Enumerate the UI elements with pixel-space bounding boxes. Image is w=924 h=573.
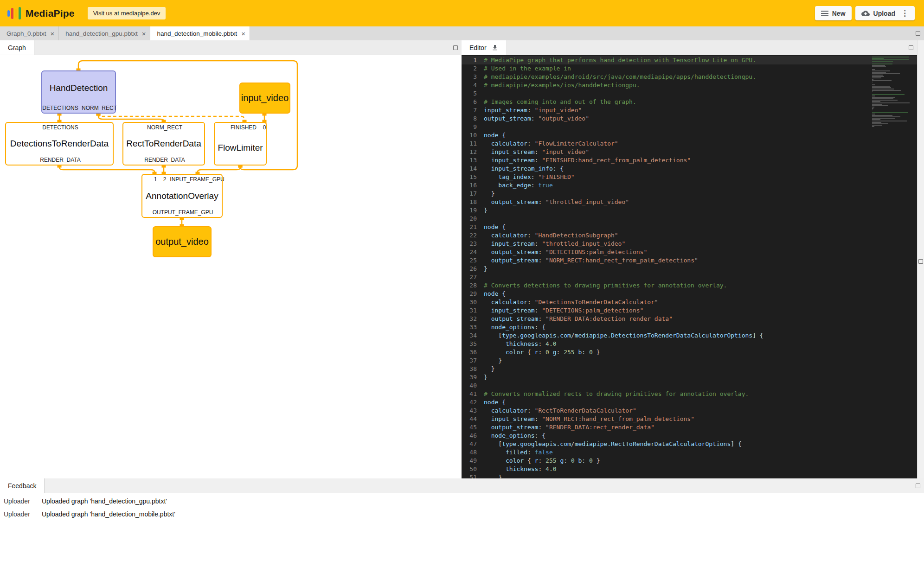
maximize-graph-icon[interactable] [453, 45, 458, 50]
code-line[interactable]: 17 } [462, 190, 917, 198]
code-line[interactable]: 27 [462, 273, 917, 281]
code-text: } [484, 365, 494, 373]
code-line[interactable]: 18 output_stream: "throttled_input_video… [462, 198, 917, 206]
port-row: RENDER_DATA [6, 157, 113, 165]
code-line[interactable]: 42node { [462, 398, 917, 407]
tab-graph[interactable]: Graph [0, 40, 34, 55]
code-line[interactable]: 39} [462, 373, 917, 382]
code-line[interactable]: 4# mediapipie/examples/ios/handdetection… [462, 81, 917, 89]
close-tab-icon[interactable]: × [241, 30, 245, 37]
code-line[interactable]: 30 calculator: "DetectionsToRenderDataCa… [462, 298, 917, 306]
code-line[interactable]: 43 calculator: "RectToRenderDataCalculat… [462, 407, 917, 415]
graph-node-detections-to-render-data[interactable]: DETECTIONSDetectionsToRenderDataRENDER_D… [5, 122, 114, 166]
code-line[interactable]: 16 back_edge: true [462, 181, 917, 190]
code-line[interactable]: 23 input_stream: "throttled_input_video" [462, 240, 917, 248]
code-line[interactable]: 25 output_stream: "NORM_RECT:hand_rect_f… [462, 256, 917, 265]
visit-badge: Visit us at mediapipe.dev [88, 7, 166, 19]
visit-link[interactable]: mediapipe.dev [121, 10, 160, 17]
code-text: node { [484, 223, 506, 231]
code-line[interactable]: 41# Converts normalized rects to drawing… [462, 390, 917, 398]
code-line[interactable]: 6# Images coming into and out of the gra… [462, 98, 917, 106]
tab-editor[interactable]: Editor [462, 40, 507, 55]
line-number: 17 [462, 190, 484, 198]
graph-node-input-video[interactable]: input_video [239, 83, 290, 114]
code-line[interactable]: 32 output_stream: "RENDER_DATA:detection… [462, 315, 917, 323]
feedback-message: Uploaded graph 'hand_detection_mobile.pb… [42, 510, 922, 518]
code-text: thickness: 4.0 [484, 340, 557, 348]
code-text: node { [484, 290, 506, 298]
close-tab-icon[interactable]: × [51, 30, 55, 37]
download-icon[interactable] [491, 44, 499, 51]
code-line[interactable]: 34 [type.googleapis.com/mediapipe.Detect… [462, 331, 917, 340]
code-line[interactable]: 38 } [462, 365, 917, 373]
line-number: 42 [462, 398, 484, 407]
file-tab[interactable]: hand_detection_mobile.pbtxt× [150, 26, 250, 40]
code-line[interactable]: 8output_stream: "output_video" [462, 115, 917, 123]
code-line[interactable]: 46 node_options: { [462, 432, 917, 440]
code-line[interactable]: 11 calculator: "FlowLimiterCalculator" [462, 140, 917, 148]
editor-minimap[interactable] [872, 57, 911, 127]
code-line[interactable]: 37 } [462, 357, 917, 365]
restore-layout-icon[interactable] [918, 259, 923, 264]
port-row: DETECTIONSNORM_RECT [42, 105, 115, 113]
code-line[interactable]: 9 [462, 123, 917, 131]
code-line[interactable]: 29node { [462, 290, 917, 298]
code-line[interactable]: 48 filled: false [462, 448, 917, 457]
mediapipe-logo-icon [7, 6, 21, 21]
line-number: 24 [462, 248, 484, 256]
graph-node-output-video[interactable]: output_video [153, 226, 212, 257]
new-button[interactable]: New [815, 6, 852, 20]
code-line[interactable]: 40 [462, 382, 917, 390]
kebab-menu-icon[interactable]: ⋮ [901, 9, 909, 17]
code-line[interactable]: 7input_stream: "input_video" [462, 106, 917, 115]
code-line[interactable]: 35 thickness: 4.0 [462, 340, 917, 348]
code-line[interactable]: 5 [462, 89, 917, 98]
line-number: 18 [462, 198, 484, 206]
graph-node-rect-to-render-data[interactable]: NORM_RECTRectToRenderDataRENDER_DATA [122, 122, 205, 166]
code-line[interactable]: 47 [type.googleapis.com/mediapipe.RectTo… [462, 440, 917, 448]
code-line[interactable]: 10node { [462, 131, 917, 140]
code-line[interactable]: 22 calculator: "HandDetectionSubgraph" [462, 231, 917, 240]
graph-panel-header: Graph [0, 40, 462, 55]
feedback-panel-header: Feedback [0, 478, 924, 493]
line-number: 51 [462, 473, 484, 478]
code-line[interactable]: 12 input_stream: "input_video" [462, 148, 917, 156]
code-line[interactable]: 15 tag_index: "FINISHED" [462, 173, 917, 181]
code-line[interactable]: 1# MediaPipe graph that performs hand de… [462, 56, 917, 64]
file-tab[interactable]: hand_detection_gpu.pbtxt× [59, 26, 150, 40]
line-number: 36 [462, 348, 484, 357]
maximize-editor-icon[interactable] [909, 45, 913, 50]
code-line[interactable]: 49 color { r: 255 g: 0 b: 0 } [462, 457, 917, 465]
code-text: calculator: "FlowLimiterCalculator" [484, 140, 618, 148]
code-line[interactable]: 20 [462, 215, 917, 223]
code-line[interactable]: 13 input_stream: "FINISHED:hand_rect_fro… [462, 156, 917, 165]
code-line[interactable]: 44 input_stream: "NORM_RECT:hand_rect_fr… [462, 415, 917, 423]
code-line[interactable]: 14 input_stream_info: { [462, 165, 917, 173]
code-line[interactable]: 51 } [462, 473, 917, 478]
code-line[interactable]: 19} [462, 206, 917, 215]
code-line[interactable]: 21node { [462, 223, 917, 231]
code-line[interactable]: 24 output_stream: "DETECTIONS:palm_detec… [462, 248, 917, 256]
graph-node-flow-limiter[interactable]: FINISHED0FlowLimiter [214, 122, 267, 166]
code-line[interactable]: 3# mediapipie/examples/android/src/java/… [462, 73, 917, 81]
code-line[interactable]: 33 node_options: { [462, 323, 917, 331]
code-line[interactable]: 2# Used in the example in [462, 64, 917, 73]
file-tab[interactable]: Graph_0.pbtxt× [0, 26, 59, 40]
line-number: 38 [462, 365, 484, 373]
code-line[interactable]: 45 output_stream: "RENDER_DATA:rect_rend… [462, 423, 917, 432]
maximize-feedback-icon[interactable] [916, 484, 920, 488]
graph-node-annotation-overlay[interactable]: 12INPUT_FRAME_GPUAnnotationOverlayOUTPUT… [141, 174, 223, 218]
code-line[interactable]: 28# Converts detections to drawing primi… [462, 281, 917, 290]
code-text: filled: false [484, 448, 553, 457]
code-text: output_stream: "RENDER_DATA:rect_render_… [484, 423, 654, 432]
upload-button[interactable]: Upload ⋮ [855, 6, 915, 20]
tab-feedback[interactable]: Feedback [0, 478, 45, 493]
code-line[interactable]: 50 thickness: 4.0 [462, 465, 917, 473]
graph-node-hand-detection[interactable]: HandDetectionDETECTIONSNORM_RECT [41, 70, 116, 114]
code-line[interactable]: 36 color { r: 0 g: 255 b: 0 } [462, 348, 917, 357]
code-line[interactable]: 31 input_stream: "DETECTIONS:palm_detect… [462, 306, 917, 315]
maximize-icon[interactable] [916, 31, 920, 36]
close-tab-icon[interactable]: × [142, 30, 146, 37]
graph-canvas[interactable]: HandDetectionDETECTIONSNORM_RECTinput_vi… [0, 55, 462, 478]
code-line[interactable]: 26} [462, 265, 917, 273]
